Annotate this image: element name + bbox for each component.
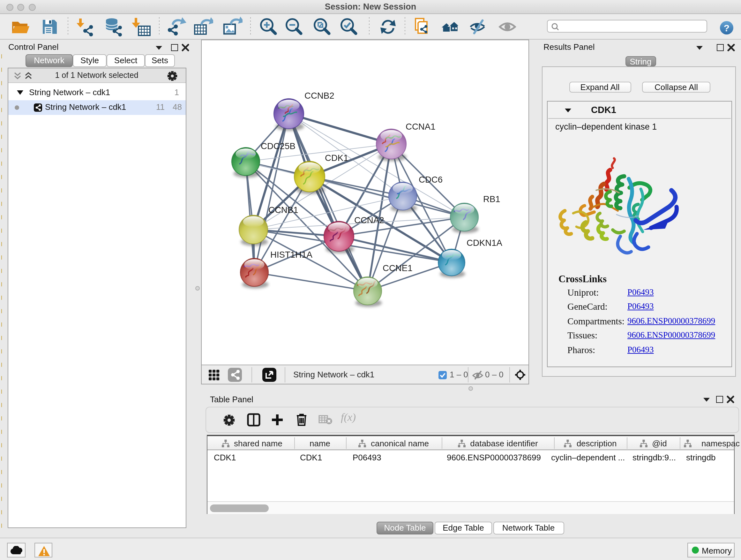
svg-text:CDC25B: CDC25B (260, 141, 295, 151)
svg-text:CCNB1: CCNB1 (268, 205, 298, 215)
svg-text:CCNA1: CCNA1 (405, 122, 435, 132)
svg-text:CDC6: CDC6 (418, 175, 442, 185)
svg-text:CDK1: CDK1 (325, 153, 348, 163)
svg-text:CCNE1: CCNE1 (382, 263, 412, 273)
svg-text:CCNB2: CCNB2 (304, 91, 334, 101)
svg-text:CDKN1A: CDKN1A (466, 238, 502, 248)
svg-text:CCNA2: CCNA2 (354, 215, 384, 225)
svg-text:HIST1H1A: HIST1H1A (270, 250, 312, 260)
svg-text:RB1: RB1 (483, 194, 500, 204)
